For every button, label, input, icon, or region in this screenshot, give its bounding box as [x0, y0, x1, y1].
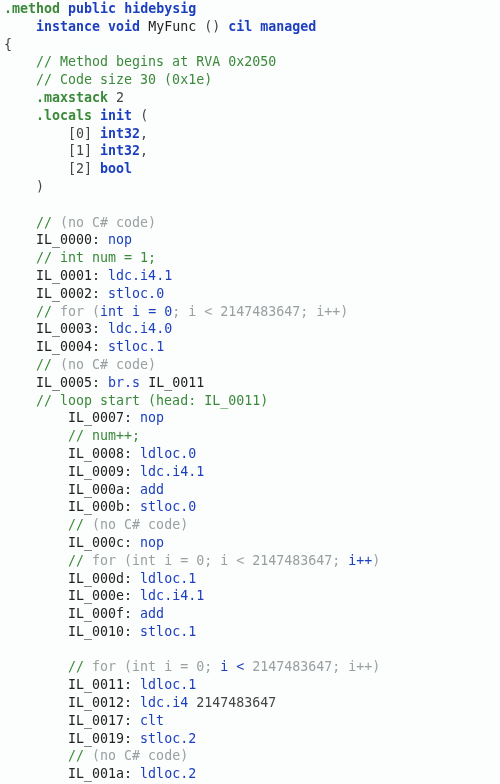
- token-kw: managed: [260, 19, 316, 34]
- code-line: [0] int32,: [4, 125, 496, 143]
- code-line: IL_000b: stloc.0: [4, 498, 496, 516]
- code-line: // loop start (head: IL_0011): [4, 392, 496, 410]
- code-line: IL_0009: ldc.i4.1: [4, 463, 496, 481]
- token-lbl: IL_0001:: [36, 268, 108, 283]
- token-pn: ): [36, 179, 44, 194]
- token-op: ldc.i4.1: [140, 464, 204, 479]
- token-dir: .method: [4, 1, 60, 16]
- token-pn: (: [132, 108, 148, 123]
- token-cm: //: [36, 215, 60, 230]
- token-pn: {: [4, 37, 12, 52]
- token-kw: init: [100, 108, 132, 123]
- token-fn: MyFunc: [148, 19, 196, 34]
- code-line: IL_000d: ldloc.1: [4, 570, 496, 588]
- token-lbl: IL_001a:: [68, 766, 140, 781]
- code-line: IL_0002: stloc.0: [4, 285, 496, 303]
- token-cm: //: [36, 357, 60, 372]
- token-cmg: ; i < 2147483647; i++): [172, 304, 348, 319]
- token-op: ldloc.1: [140, 571, 196, 586]
- token-pn: [0]: [68, 126, 100, 141]
- token-cm: // int num = 1;: [36, 250, 156, 265]
- code-line: ): [4, 178, 496, 196]
- token-cm: //: [68, 748, 92, 763]
- code-line: IL_0000: nop: [4, 231, 496, 249]
- token-cmg: for (int i = 0; i < 2147483647;: [92, 553, 348, 568]
- code-line: IL_0019: stloc.2: [4, 730, 496, 748]
- token-op: ldloc.0: [140, 446, 196, 461]
- code-line: [4, 641, 496, 659]
- code-line: IL_001a: ldloc.2: [4, 765, 496, 783]
- token-cmg: (no C# code): [92, 748, 188, 763]
- code-line: // (no C# code): [4, 516, 496, 534]
- code-line: IL_0007: nop: [4, 409, 496, 427]
- token-lbl: IL_0000:: [36, 232, 108, 247]
- token-dir: .maxstack: [36, 90, 108, 105]
- token-kw: hidebysig: [124, 1, 196, 16]
- token-op: stloc.0: [140, 499, 196, 514]
- token-lbl: IL_0003:: [36, 321, 108, 336]
- code-line: {: [4, 36, 496, 54]
- token-op: ldloc.1: [140, 677, 196, 692]
- token-op: add: [140, 482, 164, 497]
- token-kw: public: [68, 1, 116, 16]
- token-num: 2: [116, 90, 124, 105]
- code-line: // for (int i = 0; i < 2147483647; i++): [4, 303, 496, 321]
- token-pn: [1]: [68, 143, 100, 158]
- token-num: 2147483647: [196, 695, 276, 710]
- token-cmg: ; i++): [332, 659, 380, 674]
- token-op: add: [140, 606, 164, 621]
- token-op: stloc.1: [140, 624, 196, 639]
- token-cm: //: [68, 517, 92, 532]
- token-op: nop: [108, 232, 132, 247]
- code-line: .method public hidebysig: [4, 0, 496, 18]
- code-line: instance void MyFunc () cil managed: [4, 18, 496, 36]
- code-line: IL_0012: ldc.i4 2147483647: [4, 694, 496, 712]
- code-line: IL_000a: add: [4, 481, 496, 499]
- code-line: // int num = 1;: [4, 249, 496, 267]
- code-line: IL_0004: stloc.1: [4, 338, 496, 356]
- token-lbl: IL_0004:: [36, 339, 108, 354]
- token-lbl: IL_0010:: [68, 624, 140, 639]
- token-lbl: IL_000e:: [68, 588, 140, 603]
- code-line: // (no C# code): [4, 747, 496, 765]
- token-op: stloc.0: [108, 286, 164, 301]
- token-lbl: IL_0019:: [68, 731, 140, 746]
- token-pn: [2]: [68, 161, 100, 176]
- token-op: ldc.i4.1: [108, 268, 172, 283]
- token-cm: // num++;: [68, 428, 140, 443]
- code-line: .maxstack 2: [4, 89, 496, 107]
- token-pn: [116, 1, 124, 16]
- code-line: .locals init (: [4, 107, 496, 125]
- code-line: [1] int32,: [4, 142, 496, 160]
- token-op: nop: [140, 535, 164, 550]
- code-line: IL_0008: ldloc.0: [4, 445, 496, 463]
- code-line: [4, 196, 496, 214]
- code-line: // Method begins at RVA 0x2050: [4, 53, 496, 71]
- token-cmg: for (: [60, 304, 100, 319]
- token-pn: [140, 375, 148, 390]
- token-kw: cil: [228, 19, 252, 34]
- token-lbl: IL_0011:: [68, 677, 140, 692]
- code-line: // for (int i = 0; i < 2147483647; i++): [4, 658, 496, 676]
- code-line: IL_000c: nop: [4, 534, 496, 552]
- token-cmg: 2147483647: [252, 659, 332, 674]
- token-cmg: for (int i = 0;: [92, 659, 220, 674]
- token-lbl: IL_000a:: [68, 482, 140, 497]
- token-lbl: IL_0012:: [68, 695, 140, 710]
- token-pn: ,: [140, 143, 148, 158]
- token-pn: [188, 695, 196, 710]
- token-pn: [140, 19, 148, 34]
- code-line: IL_0001: ldc.i4.1: [4, 267, 496, 285]
- code-line: IL_0005: br.s IL_0011: [4, 374, 496, 392]
- token-pn: [108, 90, 116, 105]
- token-cmb: i++: [348, 553, 372, 568]
- token-op: stloc.1: [108, 339, 164, 354]
- token-cm: // loop start (head: IL_0011): [36, 393, 268, 408]
- token-op: clt: [140, 713, 164, 728]
- token-lbl: IL_000b:: [68, 499, 140, 514]
- code-line: IL_0003: ldc.i4.0: [4, 320, 496, 338]
- token-lbl: IL_000f:: [68, 606, 140, 621]
- code-line: IL_0011: ldloc.1: [4, 676, 496, 694]
- token-lbl: IL_000c:: [68, 535, 140, 550]
- il-code-block: .method public hidebysig instance void M…: [0, 0, 500, 783]
